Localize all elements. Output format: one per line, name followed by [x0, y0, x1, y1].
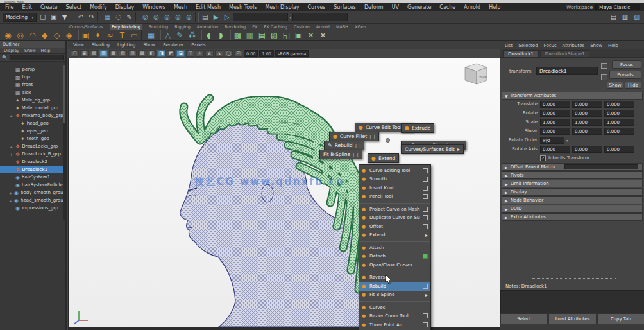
- viewport-toolbar-icon[interactable]: ▨: [128, 50, 137, 57]
- snap-to-surface-icon[interactable]: ◎: [184, 12, 194, 22]
- time-slider-strip[interactable]: [68, 327, 500, 330]
- tab-dreadlockshape1[interactable]: DreadlockShape1: [540, 50, 590, 57]
- viewport-toolbar-icon[interactable]: ◮: [215, 50, 223, 57]
- snap-to-grid-icon[interactable]: ◎: [140, 12, 150, 22]
- viewport-toolbar-icon[interactable]: ◰: [234, 50, 242, 57]
- shelf-tab[interactable]: Curves/Surfaces: [69, 24, 103, 30]
- marking-menu-list-item[interactable]: ● Attach ▸: [359, 243, 430, 252]
- outliner-item[interactable]: head_geo: [0, 119, 65, 127]
- bevel-bracket-icon[interactable]: ◗: [216, 30, 226, 40]
- viewport-toolbar-icon[interactable]: ◪: [176, 50, 185, 57]
- snap-to-curve-icon[interactable]: ◎: [151, 12, 161, 22]
- attribute-editor-menu-item[interactable]: Show: [590, 43, 602, 48]
- outliner-item[interactable]: + head_smooth_group: [0, 196, 65, 204]
- viewport-toolbar-icon[interactable]: ▥: [99, 50, 108, 57]
- outliner-item[interactable]: Dreadlock1: [0, 166, 65, 173]
- focus-button[interactable]: Focus: [612, 60, 641, 69]
- menu-item[interactable]: Cache: [439, 4, 455, 10]
- x-value-field[interactable]: 0.000: [540, 110, 570, 117]
- extrude-bracket-icon[interactable]: ◖: [203, 30, 214, 40]
- poly-plane-icon[interactable]: ▩: [232, 30, 243, 40]
- poly-mirror-icon[interactable]: ◱: [281, 30, 292, 40]
- section-transform-attributes[interactable]: ▼ Transform Attributes: [502, 92, 643, 100]
- collapsed-section-header[interactable]: ▶ Pivots: [502, 171, 643, 179]
- marking-menu-list-item[interactable]: ▸: [359, 201, 430, 204]
- expand-icon[interactable]: +: [9, 114, 13, 118]
- expand-icon[interactable]: +: [9, 144, 13, 149]
- snap-to-point-icon[interactable]: ◎: [162, 12, 172, 22]
- nurbs-plane-icon[interactable]: ▭: [129, 30, 140, 40]
- gamma-field[interactable]: 1.00: [259, 50, 273, 57]
- select-by-component-icon[interactable]: ✎: [124, 12, 134, 22]
- y-value-field[interactable]: 0.000: [572, 146, 602, 153]
- shelf-tab[interactable]: Arnold: [316, 24, 330, 30]
- attribute-editor-menu-item[interactable]: Focus: [544, 43, 557, 48]
- exposure-field[interactable]: 0.00: [244, 50, 258, 57]
- y-value-field[interactable]: 1.000: [572, 119, 602, 126]
- channel-box-toggle-icon[interactable]: ▧: [632, 12, 641, 22]
- menu-item[interactable]: Modify: [90, 4, 107, 10]
- presets-button[interactable]: Presets: [609, 71, 641, 79]
- multi-cut-icon[interactable]: ▣: [293, 30, 304, 40]
- uv-editor-icon[interactable]: ▦: [146, 30, 157, 40]
- outliner-item[interactable]: hairSystemFollicles: [0, 181, 65, 189]
- option-box-icon[interactable]: [423, 194, 428, 199]
- collapsed-section-header[interactable]: ▶ Display: [502, 188, 643, 196]
- viewport-canvas[interactable]: FRONT 技艺CG www.qdnxfb.cn ● Curve Edit To…: [68, 58, 500, 327]
- menu-item[interactable]: Mesh: [174, 4, 187, 10]
- attribute-editor-menu-item[interactable]: Help: [608, 43, 618, 48]
- ep-curve-tool-icon[interactable]: ◎: [15, 30, 26, 40]
- lock-icon[interactable]: [601, 74, 607, 80]
- outliner-item[interactable]: eyes_geo: [0, 127, 65, 135]
- shelf-tab[interactable]: Custom: [294, 24, 310, 30]
- outliner-item[interactable]: front: [0, 81, 65, 89]
- marking-menu-list-item[interactable]: ▸: [359, 270, 430, 272]
- select-by-hierarchy-icon[interactable]: ▦: [103, 12, 112, 22]
- show-button[interactable]: Show: [607, 82, 623, 89]
- outliner-item[interactable]: persp: [0, 65, 65, 73]
- outliner-scrollbar[interactable]: [63, 65, 65, 220]
- option-box-icon[interactable]: [423, 224, 428, 229]
- option-box-icon[interactable]: [423, 254, 428, 259]
- viewport-toolbar-icon[interactable]: ◨: [157, 50, 165, 57]
- viewport-toolbar-icon[interactable]: ◫: [186, 50, 194, 57]
- outliner-item[interactable]: hairSystem1: [0, 173, 65, 181]
- menu-item[interactable]: Edit: [22, 4, 32, 10]
- outliner-item[interactable]: Male_rig_grp: [0, 96, 65, 104]
- viewport-menu-item[interactable]: Lighting: [117, 42, 135, 48]
- outliner-item[interactable]: + DreadLock_B_grp: [0, 150, 65, 158]
- notes-resize-handle[interactable]: [532, 278, 616, 279]
- divider[interactable]: [195, 12, 199, 22]
- marking-menu-list-item[interactable]: ● Fit B-Spline ▸: [359, 291, 430, 300]
- option-box-icon[interactable]: [423, 322, 428, 327]
- divider[interactable]: [76, 30, 79, 40]
- viewport-toolbar-icon[interactable]: ◬: [196, 50, 204, 57]
- chevron-down-icon[interactable]: ▾: [566, 138, 568, 143]
- node-name-field[interactable]: Dreadlock1: [536, 67, 598, 75]
- poly-smooth-icon[interactable]: ▧: [269, 30, 280, 40]
- y-value-field[interactable]: 0.000: [572, 110, 602, 117]
- attribute-editor-menu-item[interactable]: Attributes: [563, 43, 585, 48]
- menu-item[interactable]: File: [5, 4, 13, 10]
- option-box-icon[interactable]: [423, 207, 428, 212]
- footer-button[interactable]: Copy Tab: [597, 313, 644, 324]
- shelf-tab[interactable]: Sculpting: [149, 24, 168, 30]
- divider[interactable]: [158, 30, 161, 40]
- view-transform-dropdown[interactable]: sRGB gamma: [275, 50, 309, 57]
- marking-menu-list-item[interactable]: ● Curves ▸: [359, 303, 430, 312]
- viewport-toolbar-icon[interactable]: ◩: [167, 50, 175, 57]
- divider[interactable]: [97, 12, 101, 22]
- quick-select-field[interactable]: [233, 13, 288, 21]
- option-box-icon[interactable]: [423, 215, 428, 220]
- poly-separate-icon[interactable]: ▤: [257, 30, 267, 40]
- view-cube[interactable]: FRONT: [465, 64, 487, 84]
- viewport-toolbar-icon[interactable]: ▦: [109, 50, 117, 57]
- marking-menu-list-item[interactable]: ● Three Point Arc ▸: [359, 320, 430, 329]
- viewport-toolbar-icon[interactable]: ▩: [138, 50, 146, 57]
- open-scene-icon[interactable]: ▣: [49, 12, 58, 22]
- three-point-arc-icon[interactable]: ◇: [51, 30, 62, 40]
- option-box-icon[interactable]: □: [353, 152, 359, 158]
- expand-icon[interactable]: +: [9, 152, 13, 157]
- birail-icon[interactable]: ⁂: [187, 30, 198, 40]
- collapsed-section-header[interactable]: ▶ UUID: [502, 205, 643, 213]
